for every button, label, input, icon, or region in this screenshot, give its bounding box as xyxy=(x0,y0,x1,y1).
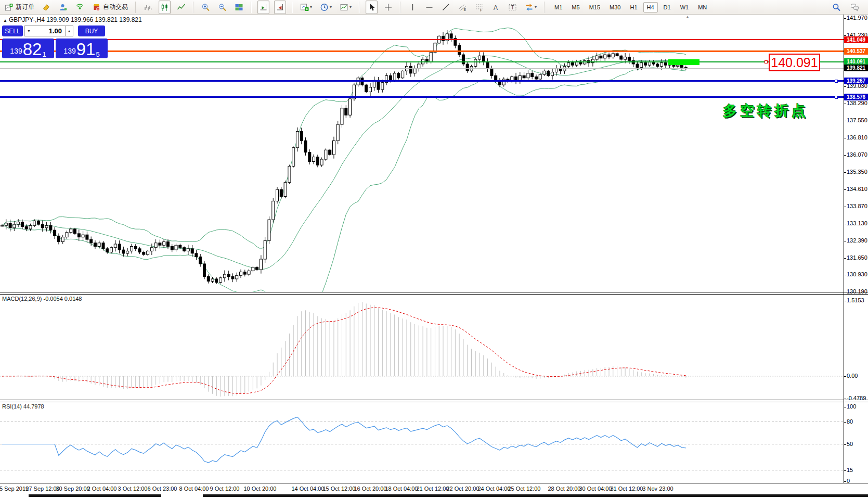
text-label-icon: T xyxy=(508,3,517,11)
price-axis-tick: 138.290 xyxy=(847,100,867,106)
community-button[interactable] xyxy=(57,1,69,14)
fibonacci-icon: F xyxy=(475,3,484,11)
chart-title: ▲GBPJPY-,H4 139.909 139.966 139.821 139.… xyxy=(3,16,142,23)
chat-button[interactable] xyxy=(849,1,861,14)
timeframe-d1[interactable]: D1 xyxy=(660,2,675,12)
main-chart-canvas[interactable] xyxy=(0,15,844,292)
text-label-button[interactable]: T xyxy=(507,1,519,14)
new-order-button[interactable]: 新订单 xyxy=(3,1,36,14)
chinese-annotation[interactable]: 多空转折点 xyxy=(723,101,809,120)
text-button[interactable]: A xyxy=(490,1,502,14)
rsi-scale-80: 80 xyxy=(847,418,853,425)
bar-chart-button[interactable] xyxy=(142,1,154,14)
zoom-out-button[interactable] xyxy=(216,1,228,14)
current-price-line xyxy=(0,68,844,69)
price-callout-box[interactable]: 140.091 xyxy=(769,54,820,71)
volume-increase-button[interactable]: ▲ xyxy=(65,25,73,36)
price-axis-tick: 141.970 xyxy=(847,15,867,21)
time-axis-label: 28 Oct 20:00 xyxy=(548,486,581,492)
hline-138.576[interactable] xyxy=(0,96,844,98)
line-handle[interactable] xyxy=(835,80,838,83)
pane-divider[interactable] xyxy=(0,400,868,400)
buy-button[interactable]: BUY xyxy=(78,25,105,36)
time-axis-label: 25 Sep 2019 xyxy=(0,486,29,492)
time-axis-label: 2 Oct 04:00 xyxy=(87,486,117,492)
macd-scale-1: 0.00 xyxy=(847,373,858,379)
line-handle[interactable] xyxy=(835,96,838,99)
chart-shift-button[interactable] xyxy=(274,1,286,14)
search-button[interactable] xyxy=(831,1,843,14)
horizontal-line-button[interactable] xyxy=(423,1,435,14)
hline-140.091[interactable] xyxy=(0,61,844,62)
chart-arrow-icon: ▲ xyxy=(3,18,7,23)
highlight-zone[interactable] xyxy=(668,59,699,65)
timeframe-h1[interactable]: H1 xyxy=(626,2,641,12)
timeframe-h4[interactable]: H4 xyxy=(643,2,658,12)
time-axis-label: 24 Oct 04:00 xyxy=(478,486,511,492)
arrows-button[interactable]: ▾ xyxy=(523,1,538,14)
rsi-pane-canvas[interactable] xyxy=(0,402,844,483)
h-scrollbar[interactable] xyxy=(29,494,161,497)
toolbar-separator xyxy=(135,2,136,13)
trendline-icon xyxy=(442,3,450,11)
timeframe-mn[interactable]: MN xyxy=(694,2,710,12)
search-icon xyxy=(832,3,841,11)
svg-text:F: F xyxy=(480,8,482,11)
templates-button[interactable]: ▾ xyxy=(338,1,353,14)
scroll-end-marker-icon: ▲ xyxy=(685,15,690,19)
price-axis-tick: 137.550 xyxy=(847,117,867,123)
hline-141.049[interactable] xyxy=(0,39,844,40)
line-chart-button[interactable] xyxy=(175,1,187,14)
time-axis-label: 21 Oct 12:00 xyxy=(417,486,449,492)
hline-140.537[interactable] xyxy=(0,50,844,52)
auto-trading-button[interactable]: 自动交易 xyxy=(90,1,129,14)
volume-decrease-button[interactable]: ▼ xyxy=(24,25,33,36)
bar-chart-icon xyxy=(144,3,152,11)
timeframe-m30[interactable]: M30 xyxy=(606,2,624,12)
sell-button[interactable]: SELL xyxy=(2,25,23,36)
h-scrollbar[interactable] xyxy=(203,494,868,497)
tile-windows-button[interactable] xyxy=(233,1,245,14)
pane-divider[interactable] xyxy=(0,292,868,292)
chevron-down-icon: ▾ xyxy=(349,5,352,9)
sell-price-button[interactable]: 139821 xyxy=(2,39,54,58)
candlestick-icon xyxy=(160,3,169,11)
price-axis-tick: 132.390 xyxy=(847,237,867,244)
timeframe-m1[interactable]: M1 xyxy=(551,2,566,12)
periods-button[interactable]: ▾ xyxy=(318,1,333,14)
trendline-button[interactable] xyxy=(440,1,452,14)
signals-button[interactable] xyxy=(74,1,86,14)
mt4-window: 新订单 自动交易 ▾ ▾ ▾ E F A T ▾ xyxy=(0,0,868,498)
pane-divider[interactable] xyxy=(0,294,868,295)
macd-scale-2: -0.4789 xyxy=(847,395,866,401)
indicators-button[interactable]: ▾ xyxy=(299,1,314,14)
zoom-in-button[interactable] xyxy=(200,1,212,14)
crosshair-button[interactable] xyxy=(382,1,394,14)
fibonacci-button[interactable]: F xyxy=(473,1,485,14)
timeframe-w1[interactable]: W1 xyxy=(677,2,693,12)
tools-button[interactable] xyxy=(41,1,53,14)
price-badge-141.049: 141.049 xyxy=(844,36,868,43)
time-axis-label: 30 Oct 04:00 xyxy=(579,486,612,492)
candlestick-chart-button[interactable] xyxy=(159,1,171,14)
vertical-line-button[interactable] xyxy=(407,1,419,14)
price-axis-tick: 130.930 xyxy=(847,271,867,277)
cursor-button[interactable] xyxy=(366,1,378,14)
auto-scroll-icon xyxy=(259,3,268,11)
hline-139.267[interactable] xyxy=(0,80,844,82)
auto-scroll-button[interactable] xyxy=(257,1,269,14)
volume-input[interactable] xyxy=(33,25,65,36)
pane-divider[interactable] xyxy=(0,402,868,402)
macd-scale-0: 1.5153 xyxy=(847,297,864,303)
rsi-scale-50: 50 xyxy=(847,441,853,447)
symbol-ohlc-text: GBPJPY-,H4 139.909 139.966 139.821 139.8… xyxy=(9,16,142,23)
time-axis-label: 10 Oct 20:00 xyxy=(244,486,277,492)
buy-price-button[interactable]: 139915 xyxy=(56,39,108,58)
timeframe-m15[interactable]: M15 xyxy=(586,2,604,12)
one-click-trading-panel: SELL ▼ ▲ BUY 139821 139915 xyxy=(2,25,111,58)
line-handle[interactable] xyxy=(765,60,768,63)
macd-pane-canvas[interactable] xyxy=(0,295,844,400)
channel-button[interactable]: E xyxy=(457,1,469,14)
price-axis-tick: 136.810 xyxy=(847,134,867,141)
timeframe-m5[interactable]: M5 xyxy=(568,2,583,12)
